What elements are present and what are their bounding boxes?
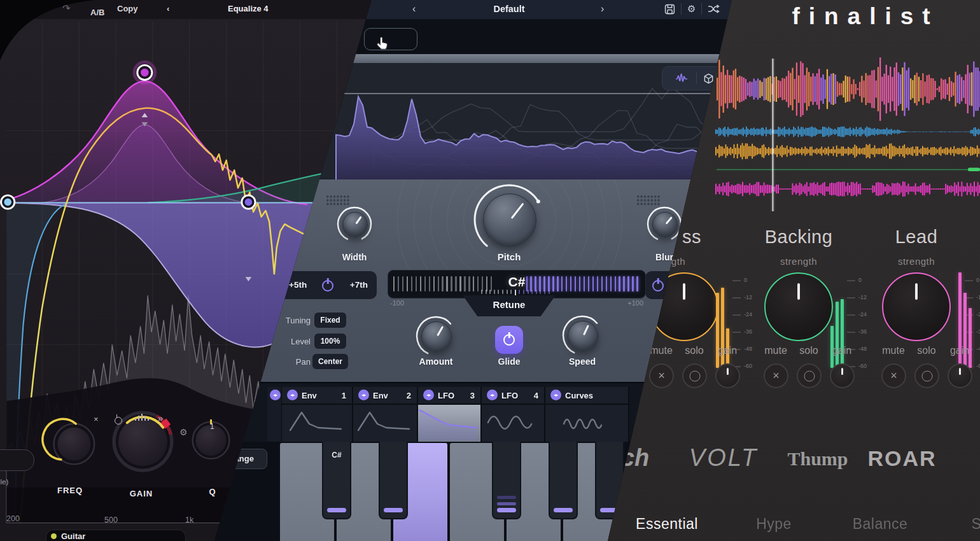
gain-label: gain: [718, 345, 737, 356]
preset-prev-icon[interactable]: ‹: [412, 3, 416, 15]
eq-node-scoop[interactable]: [242, 195, 255, 209]
meter-tick-label: -48: [976, 346, 980, 352]
retune-min: -100: [390, 299, 404, 307]
width-knob[interactable]: [332, 202, 377, 246]
meter-tick-label: -24: [858, 311, 867, 318]
level-param-label: Level: [272, 337, 311, 346]
settings-gear-icon[interactable]: ⚙: [687, 3, 696, 15]
left-edge-pill[interactable]: [0, 449, 34, 471]
divider: [696, 73, 697, 84]
gain-button[interactable]: [948, 363, 972, 388]
modulator-icon: ◂▸: [423, 390, 434, 400]
channel-title: Backing: [765, 227, 833, 248]
header-icons: ⚙: [664, 3, 720, 15]
eq-node-left[interactable]: [1, 195, 15, 209]
speed-knob[interactable]: [557, 311, 607, 360]
cube-icon[interactable]: [703, 73, 714, 84]
waveform-tracks[interactable]: [694, 54, 980, 216]
brand-logo-volt: VOLT: [685, 444, 762, 472]
band-analyzer-icon[interactable]: [134, 412, 149, 421]
gain-button[interactable]: [830, 363, 855, 388]
copy-button[interactable]: Copy: [117, 4, 138, 13]
right-power-icon[interactable]: [652, 280, 664, 292]
subbar-button[interactable]: [364, 28, 417, 50]
gain-label: gain: [832, 345, 851, 356]
pan-value[interactable]: Center: [312, 354, 348, 369]
modulator-tab-env2[interactable]: ◂▸Env2: [353, 387, 418, 442]
solo-button[interactable]: [797, 363, 822, 388]
solo-button[interactable]: [914, 363, 939, 388]
meter-tick-label: 0: [744, 277, 747, 283]
retune-max: +100: [615, 299, 643, 307]
collage-stage: ↶ ↷ A/B Copy ‹ Equalize 4: [0, 0, 980, 541]
back-chevron-icon[interactable]: ‹: [167, 4, 169, 13]
interval-power-icon[interactable]: [322, 280, 333, 292]
meter-bar: [716, 293, 719, 368]
band-power-bar: [116, 414, 118, 418]
save-icon[interactable]: [664, 4, 675, 15]
preset-name[interactable]: Default: [458, 4, 560, 14]
divider: [681, 3, 682, 15]
amount-knob[interactable]: [411, 311, 461, 361]
mute-label: mute: [882, 345, 905, 356]
meter-bar: [841, 299, 844, 368]
modulator-icon: ◂▸: [358, 390, 369, 400]
brand-logo-roar: ROAR: [862, 444, 942, 471]
preset-next-icon[interactable]: ›: [601, 3, 604, 15]
modulator-tab-curves[interactable]: ◂▸Curves: [545, 387, 629, 442]
pitch-knob[interactable]: [469, 179, 549, 260]
black-key[interactable]: [379, 442, 408, 519]
mute-button[interactable]: ×: [764, 363, 788, 388]
finalist-tab-balance[interactable]: Balance: [845, 516, 915, 533]
amount-knob-label: Amount: [419, 356, 453, 367]
solo-label: solo: [917, 345, 935, 356]
level-value[interactable]: 100%: [314, 334, 346, 349]
black-key[interactable]: [492, 442, 521, 519]
black-key-label: C#: [323, 451, 350, 460]
interval-5th-button[interactable]: +5th: [289, 280, 307, 290]
eq-node-bell[interactable]: [134, 62, 155, 83]
band-settings-gear-icon[interactable]: ⚙: [179, 427, 188, 437]
modulator-tab-lfo3[interactable]: ◂▸LFO3: [418, 387, 482, 442]
mute-button[interactable]: ×: [881, 363, 906, 388]
solo-button[interactable]: [682, 363, 707, 388]
freq-axis-500: 500: [104, 516, 118, 524]
meter-tick-label: -36: [858, 328, 867, 335]
glide-button[interactable]: [495, 326, 523, 354]
mute-button[interactable]: ×: [649, 363, 674, 388]
note-display[interactable]: C#: [388, 270, 646, 299]
finalist-tab-sa[interactable]: Sa: [946, 516, 980, 533]
modulator-tab-lfo4[interactable]: ◂▸LFO4: [482, 387, 545, 442]
preset-tab-label: Guitar: [61, 531, 85, 541]
meter-tick-label: -24: [976, 311, 980, 318]
meter-tick-label: -12: [858, 294, 867, 300]
gain-button[interactable]: [715, 363, 740, 388]
freq-axis-1k: 1k: [185, 516, 193, 524]
glide-label: Glide: [498, 356, 520, 367]
black-key[interactable]: C#: [322, 442, 351, 519]
solo-label: solo: [685, 345, 703, 356]
black-key[interactable]: [549, 442, 578, 519]
divider: [701, 3, 702, 15]
pan-param-label: Pan: [272, 357, 311, 367]
interval-7th-button[interactable]: +7th: [350, 280, 368, 290]
modulator-stub[interactable]: ◂▸: [267, 387, 283, 442]
retune-label: Retune: [493, 299, 526, 310]
channel-strength-knob[interactable]: [764, 272, 833, 341]
band-remove-icon[interactable]: ×: [94, 414, 99, 424]
tuning-value[interactable]: Fixed: [314, 313, 346, 328]
meter-tick-label: -48: [744, 346, 752, 352]
shuffle-icon[interactable]: [708, 4, 720, 14]
mute-label: mute: [650, 345, 673, 356]
waveform-view-icon[interactable]: [673, 73, 690, 83]
meter-bar: [836, 302, 839, 368]
interval-box: +5th +7th: [279, 271, 377, 299]
finalist-tab-hype[interactable]: Hype: [739, 516, 809, 533]
retune-tab[interactable]: Retune: [463, 295, 556, 316]
modulator-tab-env1[interactable]: ◂▸Env1: [282, 387, 353, 442]
eq-title: Equalize 4: [228, 4, 269, 13]
finalist-tab-essential[interactable]: Essential: [632, 516, 702, 533]
channel-strength-knob[interactable]: [882, 272, 951, 341]
channel-title: Lead: [895, 227, 938, 248]
band-expand-icon[interactable]: »: [158, 412, 163, 423]
